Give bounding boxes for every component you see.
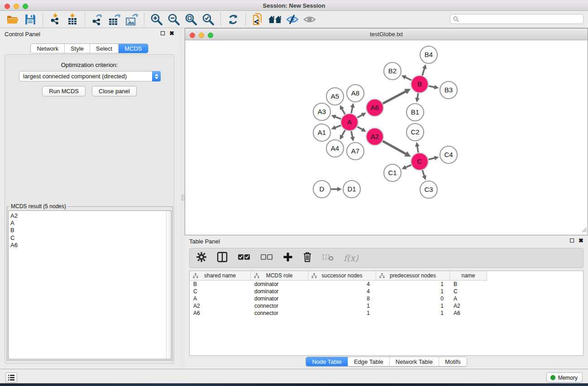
list-item[interactable]: A6 [10,242,171,249]
import-network-button[interactable] [47,12,64,27]
show-columns-button[interactable] [217,252,228,264]
zoom-out-button[interactable] [165,12,182,27]
deselect-all-rows-button[interactable] [260,253,273,262]
graph-node-D1[interactable]: D1 [343,181,360,198]
graph-edge-A-A8[interactable] [350,103,355,114]
mcds-result-list[interactable]: A2ABCA6 [8,210,172,359]
minimize-window-button[interactable] [14,4,19,9]
tab-motifs[interactable]: Motifs [439,357,467,366]
graph-node-C2[interactable]: C2 [406,124,424,141]
tab-network-table[interactable]: Network Table [390,357,439,366]
dropdown-stepper[interactable] [152,71,161,81]
tab-edge-table[interactable]: Edge Table [348,357,390,366]
tab-style[interactable]: Style [65,44,90,53]
import-table-button[interactable] [64,12,81,27]
run-mcds-button[interactable]: Run MCDS [42,86,86,96]
graph-node-B1[interactable]: B1 [406,104,424,121]
network-canvas[interactable]: B4B2BB3A5A8A6A3B1AC2A1A2A4A7C4CC1C3DD1 [185,40,588,235]
graph-node-A1[interactable]: A1 [313,124,330,141]
graph-edge-B-B2[interactable] [402,75,411,80]
export-image-button[interactable] [123,12,140,27]
tab-select[interactable]: Select [90,44,119,53]
zoom-selected-button[interactable] [200,12,217,27]
graph-edge-B-B4[interactable] [422,64,427,76]
show-graphics-details-button[interactable] [301,12,318,27]
graph-edge-C-C2[interactable] [415,142,420,152]
graph-node-A5[interactable]: A5 [326,88,344,105]
zoom-fit-button[interactable] [182,12,200,27]
graph-node-C4[interactable]: C4 [440,146,457,163]
network-graph[interactable]: B4B2BB3A5A8A6A3B1AC2A1A2A4A7C4CC1C3DD1 [185,40,588,235]
resize-grip-icon[interactable] [581,226,587,234]
graph-edge-C-C4[interactable] [428,156,439,160]
float-table-panel-icon[interactable] [570,238,574,243]
search-input[interactable] [461,15,580,23]
table-row[interactable]: Bdominator41B [190,281,583,288]
graph-node-A7[interactable]: A7 [347,143,364,160]
graph-edge-A2-C[interactable] [382,141,411,157]
zoom-network-button[interactable] [208,33,213,38]
network-window-titlebar[interactable]: testGlobe.txt [185,29,588,40]
float-panel-icon[interactable] [161,31,165,35]
graph-node-A[interactable]: A [341,114,358,131]
graph-node-A3[interactable]: A3 [313,103,330,120]
graph-edge-B-B1[interactable] [415,93,420,103]
close-window-button[interactable] [5,4,10,9]
graph-edge-A-A3[interactable] [331,115,341,119]
select-all-rows-button[interactable] [238,253,250,262]
column-header-shared-name[interactable]: shared name [190,271,251,281]
graph-edge-A-A4[interactable] [340,130,345,140]
tab-network[interactable]: Network [31,44,65,53]
export-table-button[interactable] [106,12,123,27]
close-panel-icon[interactable]: ✖ [169,31,174,35]
graph-node-C1[interactable]: C1 [384,164,401,181]
graph-edge-A-A6[interactable] [357,113,366,118]
hide-graphics-details-button[interactable] [284,12,301,27]
graph-edge-A-A2[interactable] [357,127,366,132]
graph-node-B3[interactable]: B3 [440,81,457,99]
graph-node-C3[interactable]: C3 [420,181,437,198]
list-item[interactable]: A2 [10,212,171,219]
table-row[interactable]: Cdominator41C [190,288,583,295]
column-header-predecessor-nodes[interactable]: predecessor nodes [376,271,450,281]
graph-node-C[interactable]: C [411,153,428,170]
save-session-button[interactable] [22,12,39,27]
zoom-in-button[interactable] [148,12,165,27]
function-builder-button[interactable]: f(x) [344,253,359,263]
table-row[interactable]: A2connector11A2 [190,302,583,310]
close-panel-button[interactable]: Close panel [92,86,137,96]
table-options-button[interactable] [196,252,207,264]
close-network-button[interactable] [190,33,195,38]
tab-node-table[interactable]: Node Table [306,357,348,366]
open-session-button[interactable] [5,12,22,27]
graph-edge-A-A5[interactable] [340,105,345,114]
graph-edge-B-B3[interactable] [429,85,439,90]
minimize-network-button[interactable] [199,33,204,38]
graph-node-A6[interactable]: A6 [366,99,383,116]
home-button[interactable] [267,12,284,27]
graph-edge-C-C1[interactable] [402,165,411,170]
table-row[interactable]: A6connector11A6 [190,310,583,317]
delete-table-button[interactable] [322,253,334,263]
result-scrollbar[interactable] [166,211,171,359]
graph-node-B2[interactable]: B2 [384,62,401,80]
column-header-successor-nodes[interactable]: successor nodes [308,271,376,281]
graph-node-B[interactable]: B [411,76,428,93]
graph-edge-A-A7[interactable] [350,131,355,142]
task-history-button[interactable] [5,372,17,383]
list-item[interactable]: B [10,227,171,234]
column-header-mcds-role[interactable]: MCDS role [251,271,308,281]
graph-edge-C-C3[interactable] [422,170,426,180]
refresh-button[interactable] [225,12,242,27]
table-row[interactable]: Adominator80A [190,295,583,302]
graph-edge-A6-B[interactable] [383,89,411,103]
graph-node-B4[interactable]: B4 [420,46,437,63]
optimization-criterion-select[interactable]: largest connected component (directed) [19,71,161,81]
graph-edge-A-A1[interactable] [331,125,341,129]
graph-node-A8[interactable]: A8 [347,85,364,102]
zoom-window-button[interactable] [23,4,28,9]
export-network-button[interactable] [89,12,106,27]
list-item[interactable]: C [10,234,171,242]
add-column-button[interactable] [283,252,293,264]
network-from-file-button[interactable] [249,12,267,27]
